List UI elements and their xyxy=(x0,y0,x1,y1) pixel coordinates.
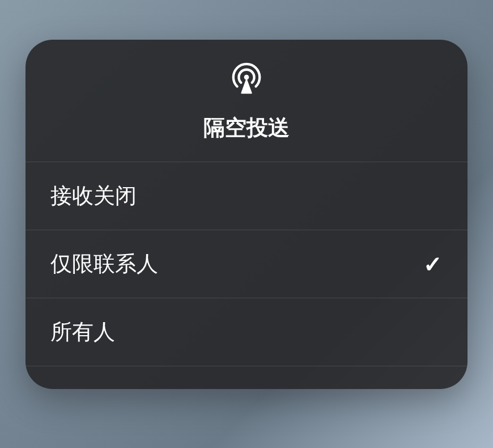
bottom-spacer xyxy=(26,366,468,389)
option-receiving-off[interactable]: 接收关闭 ✓ xyxy=(26,162,468,230)
airdrop-settings-panel: 隔空投送 接收关闭 ✓ 仅限联系人 ✓ 所有人 ✓ xyxy=(26,40,468,389)
checkmark-icon: ✓ xyxy=(423,251,443,277)
option-everyone[interactable]: 所有人 ✓ xyxy=(26,298,468,366)
option-list: 接收关闭 ✓ 仅限联系人 ✓ 所有人 ✓ xyxy=(26,162,468,366)
airdrop-icon xyxy=(229,61,264,96)
option-label: 仅限联系人 xyxy=(50,250,158,278)
panel-title: 隔空投送 xyxy=(203,113,290,142)
option-label: 接收关闭 xyxy=(50,181,137,210)
option-label: 所有人 xyxy=(50,318,115,346)
option-contacts-only[interactable]: 仅限联系人 ✓ xyxy=(26,230,468,298)
panel-header: 隔空投送 xyxy=(26,40,468,162)
